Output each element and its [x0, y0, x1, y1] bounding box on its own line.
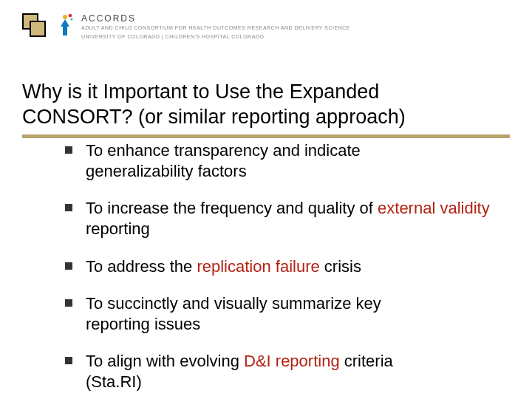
bullet-text: reporting issues: [86, 315, 200, 333]
child-logo-icon: [56, 13, 74, 40]
title-block: Why is it Important to Use the Expanded …: [22, 80, 510, 138]
highlight-text: D&I reporting: [244, 352, 340, 370]
svg-point-2: [70, 18, 72, 20]
list-item: To align with evolving D&I reporting cri…: [65, 351, 495, 392]
highlight-text: replication failure: [197, 257, 319, 276]
brand-text: ACCORDS ADULT AND CHILD CONSORTIUM FOR H…: [81, 14, 350, 40]
bullet-text: To succinctly and visually summarize key: [86, 294, 381, 313]
slide-content: To enhance transparency and indicate gen…: [65, 140, 495, 399]
svg-point-1: [69, 14, 72, 17]
bullet-text: reporting: [86, 219, 150, 238]
title-line2: CONSORT? (or similar reporting approach): [22, 106, 406, 128]
brand-org: UNIVERSITY OF COLORADO | CHILDREN'S HOSP…: [81, 34, 350, 40]
bullet-text: criteria: [340, 352, 393, 370]
slide-title: Why is it Important to Use the Expanded …: [22, 80, 510, 130]
bullet-text: (Sta.RI): [86, 372, 142, 391]
bullet-text: crisis: [320, 257, 361, 276]
list-item: To address the replication failure crisi…: [65, 256, 495, 277]
title-line1: Why is it Important to Use the Expanded: [22, 81, 379, 103]
brand-subtitle: ADULT AND CHILD CONSORTIUM FOR HEALTH OU…: [81, 25, 350, 31]
highlight-text: external validity: [378, 199, 490, 217]
bullet-text: generalizability factors: [86, 162, 247, 180]
title-underline: [22, 134, 510, 138]
brand-name: ACCORDS: [81, 14, 350, 24]
bullet-text: To increase the frequency and quality of: [86, 199, 378, 217]
svg-point-0: [63, 15, 67, 19]
bullet-text: To align with evolving: [86, 352, 244, 370]
list-item: To enhance transparency and indicate gen…: [65, 140, 495, 182]
slide-header: ACCORDS ADULT AND CHILD CONSORTIUM FOR H…: [22, 13, 350, 40]
bullet-list: To enhance transparency and indicate gen…: [65, 140, 495, 392]
cu-logo-icon: [22, 13, 49, 40]
bullet-text: To enhance transparency and indicate: [86, 141, 361, 160]
bullet-text: To address the: [86, 257, 197, 276]
list-item: To succinctly and visually summarize key…: [65, 293, 495, 335]
list-item: To increase the frequency and quality of…: [65, 198, 495, 239]
